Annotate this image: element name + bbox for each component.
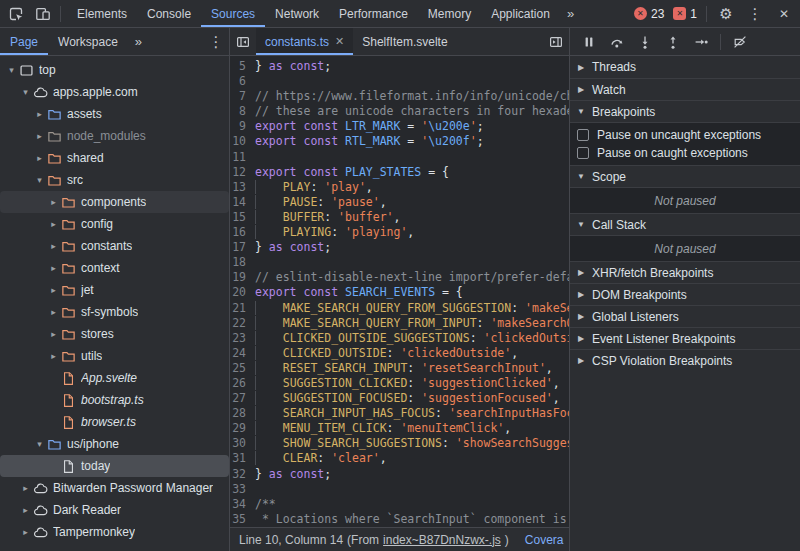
tab-memory[interactable]: Memory [418,0,481,27]
pause-script-icon[interactable] [577,31,601,53]
code-line-23[interactable]: 23 CLICKED_OUTSIDE_SUGGESTIONS: 'clicked… [230,331,569,346]
disclosure-arrow-icon[interactable]: ▸ [47,307,60,317]
disclosure-arrow-icon[interactable]: ▸ [19,505,32,515]
settings-gear-icon[interactable]: ⚙ [713,3,739,25]
line-number[interactable]: 30 [230,436,255,451]
disclosure-arrow-icon[interactable]: ▸ [47,329,60,339]
navigator-menu-icon[interactable]: ⋮ [203,31,229,53]
step-icon[interactable] [689,31,713,53]
section-header-watch[interactable]: ▶Watch [570,78,800,100]
step-into-icon[interactable] [633,31,657,53]
step-over-icon[interactable] [605,31,629,53]
line-number[interactable]: 33 [230,482,255,497]
disclosure-arrow-icon[interactable]: ▸ [47,263,60,273]
tree-item-browser-ts[interactable]: browser.ts [0,411,229,433]
code-line-17[interactable]: 17} as const; [230,240,569,255]
tab-performance[interactable]: Performance [329,0,418,27]
section-header-scope[interactable]: ▼Scope [570,165,800,187]
tree-item-jet[interactable]: ▸jet [0,279,229,301]
disclosure-arrow-icon[interactable]: ▸ [19,483,32,493]
line-number[interactable]: 17 [230,240,255,255]
tab-network[interactable]: Network [265,0,329,27]
code-line-13[interactable]: 13 PLAY: 'play', [230,180,569,195]
section-header-csp-violation-breakpoints[interactable]: ▶CSP Violation Breakpoints [570,349,800,371]
navigator-more-tabs-icon[interactable]: » [128,28,149,55]
tree-item-utils[interactable]: ▸utils [0,345,229,367]
tree-item-bootstrap-ts[interactable]: bootstrap.ts [0,389,229,411]
code-line-21[interactable]: 21 MAKE_SEARCH_QUERY_FROM_SUGGESTION: 'm… [230,301,569,316]
line-number[interactable]: 21 [230,301,255,316]
disclosure-arrow-icon[interactable]: ▾ [33,175,46,185]
code-line-6[interactable]: 6 [230,74,569,89]
tab-close-icon[interactable]: ✕ [335,35,344,48]
line-number[interactable]: 10 [230,134,255,149]
disclosure-arrow-icon[interactable]: ▸ [47,285,60,295]
line-number[interactable]: 11 [230,150,255,165]
code-line-30[interactable]: 30 SHOW_SEARCH_SUGGESTIONS: 'showSearchS… [230,436,569,451]
line-number[interactable]: 23 [230,331,255,346]
code-line-10[interactable]: 10export const RTL_MARK = '\u200f'; [230,134,569,149]
disclosure-arrow-icon[interactable]: ▸ [33,131,46,141]
navigator-tab-workspace[interactable]: Workspace [48,28,128,55]
hide-navigator-icon[interactable] [230,31,256,53]
line-number[interactable]: 35 [230,512,255,527]
device-toolbar-icon[interactable] [30,3,56,25]
line-number[interactable]: 5 [230,59,255,74]
code-line-22[interactable]: 22 MAKE_SEARCH_QUERY_FROM_INPUT: 'makeSe… [230,316,569,331]
kebab-menu-icon[interactable]: ⋮ [742,3,768,25]
checkbox-pause-on-uncaught-exceptions[interactable] [577,129,589,141]
section-header-global-listeners[interactable]: ▶Global Listeners [570,305,800,327]
issues-badge[interactable]: ✕ 1 [670,7,700,21]
code-line-20[interactable]: 20export const SEARCH_EVENTS = { [230,285,569,300]
sourcemap-origin-link[interactable]: index~B87DnNzwx-.js [383,533,501,547]
coverage-link[interactable]: Covera [525,533,564,547]
section-header-event-listener-breakpoints[interactable]: ▶Event Listener Breakpoints [570,327,800,349]
step-out-icon[interactable] [661,31,685,53]
section-header-breakpoints[interactable]: ▼Breakpoints [570,100,800,122]
line-number[interactable]: 27 [230,391,255,406]
code-line-34[interactable]: 34/** [230,497,569,512]
code-line-5[interactable]: 5} as const; [230,59,569,74]
code-line-35[interactable]: 35 * Locations where `SearchInput` compo… [230,512,569,527]
tree-item-shared[interactable]: ▸shared [0,147,229,169]
section-header-xhr-fetch-breakpoints[interactable]: ▶XHR/fetch Breakpoints [570,261,800,283]
code-line-29[interactable]: 29 MENU_ITEM_CLICK: 'menuItemClick', [230,421,569,436]
code-line-14[interactable]: 14 PAUSE: 'pause', [230,195,569,210]
tree-item-sf-symbols[interactable]: ▸sf-symbols [0,301,229,323]
code-line-11[interactable]: 11 [230,150,569,165]
tree-item-apps-apple-com[interactable]: ▾apps.apple.com [0,81,229,103]
tree-item-tampermonkey[interactable]: ▸Tampermonkey [0,521,229,543]
tree-item-assets[interactable]: ▸assets [0,103,229,125]
editor-tab-constants-ts[interactable]: constants.ts✕ [256,28,353,55]
code-line-31[interactable]: 31 CLEAR: 'clear', [230,451,569,466]
line-number[interactable]: 15 [230,210,255,225]
more-tabs-icon[interactable]: » [560,0,581,27]
code-area[interactable]: 5} as const;67// https://www.fileformat.… [230,56,569,527]
close-icon[interactable]: ✕ [771,3,797,25]
tab-elements[interactable]: Elements [67,0,137,27]
navigator-tab-page[interactable]: Page [0,28,48,55]
line-number[interactable]: 19 [230,270,255,285]
tree-item-us-iphone[interactable]: ▾us/iphone [0,433,229,455]
disclosure-arrow-icon[interactable]: ▾ [5,65,18,75]
checkbox-pause-on-caught-exceptions[interactable] [577,147,589,159]
code-line-18[interactable]: 18 [230,255,569,270]
line-number[interactable]: 34 [230,497,255,512]
error-badge[interactable]: ✕ 23 [631,7,667,21]
disclosure-arrow-icon[interactable]: ▸ [19,527,32,537]
disclosure-arrow-icon[interactable]: ▸ [47,241,60,251]
code-line-25[interactable]: 25 RESET_SEARCH_INPUT: 'resetSearchInput… [230,361,569,376]
line-number[interactable]: 13 [230,180,255,195]
line-number[interactable]: 9 [230,119,255,134]
tree-item-node-modules[interactable]: ▸node_modules [0,125,229,147]
tab-console[interactable]: Console [137,0,201,27]
line-number[interactable]: 14 [230,195,255,210]
line-number[interactable]: 16 [230,225,255,240]
disclosure-arrow-icon[interactable]: ▾ [19,87,32,97]
disclosure-arrow-icon[interactable]: ▾ [33,439,46,449]
tab-application[interactable]: Application [481,0,560,27]
section-header-threads[interactable]: ▶Threads [570,56,800,78]
line-number[interactable]: 18 [230,255,255,270]
show-right-panel-icon[interactable] [543,31,569,53]
tree-item-top[interactable]: ▾top [0,59,229,81]
